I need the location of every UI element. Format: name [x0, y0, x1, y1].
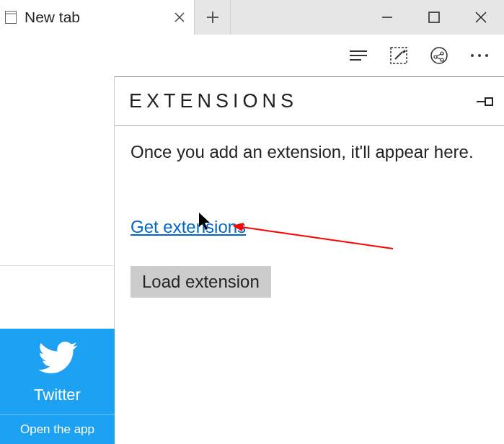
twitter-tile[interactable]: Twitter Open the app	[0, 329, 115, 444]
extensions-empty-text: Once you add an extension, it'll appear …	[131, 142, 488, 162]
tile-label: Twitter	[0, 380, 115, 414]
tab-close-button[interactable]	[165, 9, 194, 26]
sidebar-divider	[0, 265, 115, 266]
maximize-button[interactable]	[410, 0, 457, 35]
svg-rect-0	[6, 12, 17, 24]
extensions-pane: EXTENSIONS Once you add an extension, it…	[115, 76, 504, 444]
extensions-header: EXTENSIONS	[115, 77, 504, 126]
blank-page-icon	[4, 11, 17, 24]
reading-view-icon[interactable]	[348, 45, 368, 66]
svg-point-16	[431, 48, 447, 63]
twitter-icon	[0, 329, 115, 380]
close-window-button[interactable]	[457, 0, 504, 35]
browser-tab[interactable]: New tab	[0, 0, 195, 35]
svg-point-22	[471, 54, 474, 57]
web-note-icon[interactable]	[389, 45, 409, 66]
load-extension-button[interactable]: Load extension	[131, 266, 271, 298]
tab-title: New tab	[25, 9, 165, 26]
more-icon[interactable]	[469, 45, 490, 66]
toolbar	[0, 35, 504, 76]
svg-marker-15	[402, 50, 406, 53]
window-controls	[363, 0, 504, 35]
start-page-sidebar: Twitter Open the app	[0, 76, 115, 444]
svg-line-14	[395, 52, 402, 59]
open-app-link[interactable]: Open the app	[0, 414, 115, 444]
svg-point-23	[478, 54, 481, 57]
extensions-body: Once you add an extension, it'll appear …	[115, 126, 504, 314]
svg-line-20	[437, 54, 441, 56]
new-tab-button[interactable]	[195, 0, 231, 35]
svg-rect-7	[429, 12, 439, 22]
minimize-button[interactable]	[363, 0, 410, 35]
title-bar: New tab	[0, 0, 504, 35]
share-icon[interactable]	[429, 45, 449, 66]
svg-rect-26	[485, 98, 492, 105]
get-extensions-link[interactable]: Get extensions	[131, 217, 246, 237]
tab-strip: New tab	[0, 0, 231, 35]
svg-line-21	[437, 58, 441, 59]
extensions-heading: EXTENSIONS	[129, 90, 468, 112]
title-bar-spacer	[231, 0, 363, 35]
svg-point-24	[485, 54, 488, 57]
pin-pane-button[interactable]	[468, 95, 504, 108]
